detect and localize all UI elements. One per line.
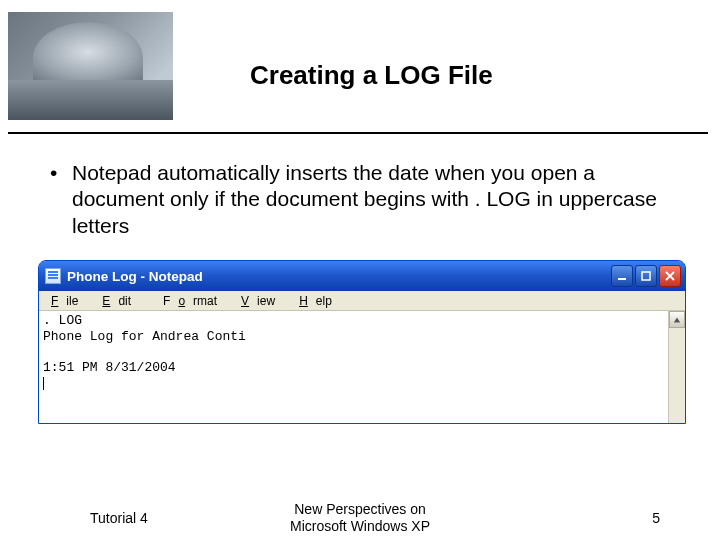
notepad-text-area[interactable]: . LOG Phone Log for Andrea Conti 1:51 PM…	[39, 311, 668, 423]
minimize-button[interactable]	[611, 265, 633, 287]
window-title: Phone Log - Notepad	[67, 269, 203, 284]
page-number: 5	[652, 510, 660, 526]
menu-edit[interactable]: Edit	[94, 292, 147, 310]
menu-bar: File Edit Format View Help	[39, 291, 685, 311]
slide-title: Creating a LOG File	[250, 60, 680, 91]
close-button[interactable]	[659, 265, 681, 287]
footer-center: New Perspectives on Microsoft Windows XP	[0, 501, 720, 535]
menu-file[interactable]: File	[43, 292, 94, 310]
menu-format[interactable]: Format	[147, 292, 233, 310]
bullet-list: • Notepad automatically inserts the date…	[50, 160, 670, 239]
text-line-1: . LOG	[43, 313, 82, 328]
scroll-up-button[interactable]	[669, 311, 685, 328]
vertical-scrollbar[interactable]	[668, 311, 685, 423]
bullet-dot: •	[50, 160, 72, 239]
title-divider	[8, 132, 708, 134]
maximize-button[interactable]	[635, 265, 657, 287]
titlebar[interactable]: Phone Log - Notepad	[39, 261, 685, 291]
text-caret	[43, 377, 44, 390]
scroll-track[interactable]	[669, 328, 685, 423]
svg-rect-0	[618, 278, 626, 280]
menu-help[interactable]: Help	[291, 292, 348, 310]
bullet-text: Notepad automatically inserts the date w…	[72, 160, 670, 239]
menu-view[interactable]: View	[233, 292, 291, 310]
notepad-icon	[45, 268, 61, 284]
decorative-photo	[8, 12, 173, 120]
svg-rect-1	[642, 272, 650, 280]
notepad-window: Phone Log - Notepad File Edit Format Vie…	[38, 260, 686, 424]
text-line-2: Phone Log for Andrea Conti	[43, 329, 246, 344]
text-line-4: 1:51 PM 8/31/2004	[43, 360, 176, 375]
